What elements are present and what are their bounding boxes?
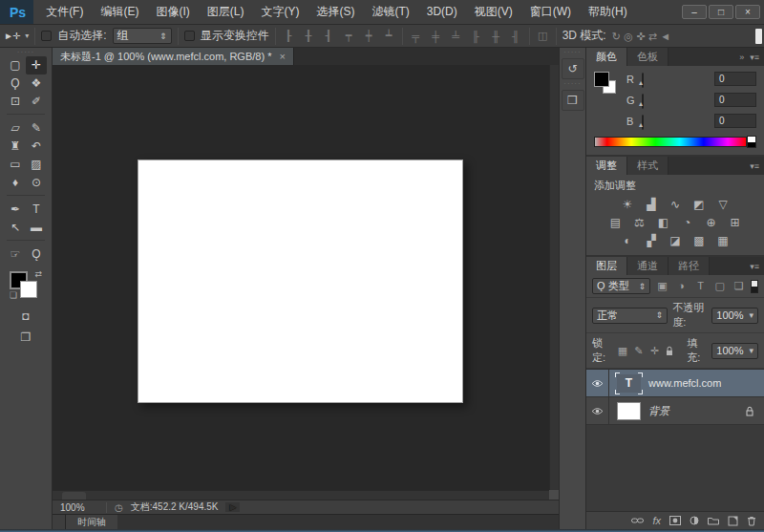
auto-select-checkbox[interactable] — [41, 31, 52, 41]
background-layer-thumbnail[interactable] — [617, 402, 641, 420]
quick-mask-button[interactable]: ◘ — [22, 309, 29, 323]
pen-tool-icon[interactable]: ✒ — [5, 201, 26, 219]
distribute-right-edges-icon[interactable]: ╢ — [509, 31, 523, 42]
panel-foreground-swatch[interactable] — [594, 72, 609, 87]
path-select-tool-icon[interactable]: ↖ — [5, 219, 26, 237]
layers-panel-menu-icon[interactable]: ▾≡ — [750, 262, 759, 271]
distribute-left-edges-icon[interactable]: ╟ — [469, 31, 483, 42]
new-group-folder-icon[interactable] — [708, 516, 719, 525]
tool-preset-dropdown-icon[interactable]: ▾ — [25, 32, 29, 40]
hand-tool-icon[interactable]: ☞ — [5, 245, 26, 264]
distribute-bottom-edges-icon[interactable]: ╧ — [449, 31, 463, 42]
align-left-edges-icon[interactable]: ┠ — [282, 30, 296, 42]
align-bottom-edges-icon[interactable]: ┷ — [382, 30, 396, 42]
new-layer-icon[interactable] — [728, 516, 738, 526]
eraser-tool-icon[interactable]: ▭ — [5, 156, 26, 174]
canvas[interactable] — [138, 160, 463, 403]
3d-panel-icon[interactable]: ❒ — [562, 90, 584, 111]
layer-filter-type-select[interactable]: Ǫ 类型 ⇕ — [592, 278, 650, 294]
text-layer-thumbnail[interactable]: T — [617, 374, 641, 393]
auto-align-layers-icon[interactable]: ◫ — [536, 30, 550, 42]
red-value-field[interactable]: 0 — [714, 72, 756, 86]
tab-channels[interactable]: 通道 — [627, 257, 668, 275]
vibrance-icon[interactable]: ▽ — [714, 197, 732, 212]
timeline-toggle[interactable] — [53, 515, 66, 529]
menu-select[interactable]: 选择(S) — [308, 0, 363, 24]
blend-mode-select[interactable]: 正常 ⇕ — [592, 308, 668, 324]
menu-view[interactable]: 视图(V) — [466, 0, 521, 24]
zoom-level-field[interactable]: 100% — [60, 502, 98, 513]
timeline-tab[interactable]: 时间轴 — [66, 515, 117, 529]
color-balance-icon[interactable]: ⚖ — [630, 215, 648, 230]
brush-tool-icon[interactable]: ✎ — [26, 119, 47, 138]
align-top-edges-icon[interactable]: ┯ — [342, 30, 356, 42]
new-adjustment-layer-icon[interactable] — [690, 516, 699, 525]
green-slider-thumb[interactable]: ▴ — [639, 100, 643, 108]
lock-transparent-pixels-icon[interactable]: ▦ — [617, 344, 628, 358]
tab-close-icon[interactable]: × — [279, 51, 285, 62]
default-colors-icon[interactable]: ❏ — [10, 290, 17, 300]
close-button[interactable]: × — [735, 5, 760, 19]
layer-name[interactable]: www.mefcl.com — [648, 377, 721, 389]
threshold-icon[interactable]: ◪ — [667, 233, 685, 248]
swap-colors-icon[interactable]: ⇄ — [34, 269, 42, 279]
levels-icon[interactable]: ▟ — [643, 197, 661, 212]
screen-mode-button[interactable]: ❐ — [21, 330, 32, 344]
3d-orbit-icon[interactable]: ↻ — [612, 31, 621, 42]
photo-filter-icon[interactable]: ◔ — [678, 215, 696, 230]
opacity-field[interactable]: 100% ▾ — [711, 308, 758, 324]
filter-pixel-layers-icon[interactable]: ▣ — [655, 279, 669, 294]
add-layer-mask-icon[interactable] — [669, 516, 681, 525]
filter-shape-layers-icon[interactable]: ▢ — [712, 279, 727, 294]
visibility-cell[interactable] — [586, 370, 609, 396]
auto-select-target-select[interactable]: 组 ⇕ — [113, 28, 172, 44]
zoom-tool-icon[interactable]: Ǫ — [26, 245, 47, 264]
menu-window[interactable]: 窗口(W) — [521, 0, 580, 24]
color-panel-menu-icon[interactable]: ▾≡ — [750, 53, 759, 62]
show-transform-checkbox[interactable] — [184, 31, 195, 41]
selective-color-icon[interactable]: ▦ — [714, 233, 732, 248]
menu-3d[interactable]: 3D(D) — [418, 0, 466, 24]
horizontal-scrollbar-thumb[interactable] — [62, 492, 86, 500]
link-layers-icon[interactable] — [631, 517, 644, 524]
exposure-icon[interactable]: ◩ — [690, 197, 709, 212]
filter-type-layers-icon[interactable]: T — [693, 279, 708, 294]
tab-adjustments[interactable]: 调整 — [586, 157, 627, 175]
blue-slider-thumb[interactable]: ▴ — [639, 121, 643, 129]
blur-tool-icon[interactable]: ♦ — [5, 174, 26, 192]
type-tool-icon[interactable]: T — [26, 201, 47, 219]
distribute-vertical-centers-icon[interactable]: ╪ — [429, 31, 443, 42]
horizontal-scrollbar[interactable] — [53, 490, 549, 500]
lock-all-icon[interactable] — [665, 344, 676, 358]
optionsbar-overflow-handle[interactable] — [755, 29, 762, 44]
menu-help[interactable]: 帮助(H) — [580, 0, 636, 24]
tab-layers[interactable]: 图层 — [586, 257, 627, 275]
align-right-edges-icon[interactable]: ┨ — [322, 30, 336, 42]
history-brush-tool-icon[interactable]: ↶ — [26, 138, 47, 156]
toolbar-grip[interactable]: ····· — [17, 50, 34, 56]
color-lookup-icon[interactable]: ⊞ — [726, 215, 744, 230]
brightness-contrast-icon[interactable]: ☀ — [619, 197, 637, 212]
spectrum-bw-swatches[interactable] — [747, 136, 756, 148]
layer-name[interactable]: 背景 — [648, 404, 669, 418]
green-value-field[interactable]: 0 — [714, 93, 756, 107]
dock-grip[interactable]: ····· — [563, 50, 581, 56]
layer-style-fx-icon[interactable]: fx — [652, 515, 661, 526]
menu-image[interactable]: 图像(I) — [147, 0, 198, 24]
quick-select-tool-icon[interactable]: ❖ — [26, 74, 47, 93]
blue-value-field[interactable]: 0 — [714, 114, 756, 128]
align-vertical-centers-icon[interactable]: ┿ — [362, 30, 376, 42]
adjustments-panel-menu-icon[interactable]: ▾≡ — [750, 161, 759, 171]
menu-file[interactable]: 文件(F) — [37, 0, 92, 24]
filter-adjustment-layers-icon[interactable]: ◑ — [674, 279, 689, 294]
canvas-viewport[interactable] — [53, 65, 559, 500]
visibility-cell[interactable] — [586, 397, 609, 424]
hue-saturation-icon[interactable]: ▤ — [606, 215, 625, 230]
dock-grip[interactable]: ····· — [563, 81, 581, 88]
tab-swatches[interactable]: 色板 — [627, 48, 668, 66]
rect-marquee-tool-icon[interactable]: ▢ — [5, 56, 26, 74]
gradient-tool-icon[interactable]: ▨ — [26, 156, 47, 174]
3d-pan-icon[interactable]: ✜ — [636, 31, 645, 42]
3d-camera-icon[interactable]: ◄ — [660, 31, 670, 42]
background-color-swatch[interactable] — [20, 281, 37, 298]
